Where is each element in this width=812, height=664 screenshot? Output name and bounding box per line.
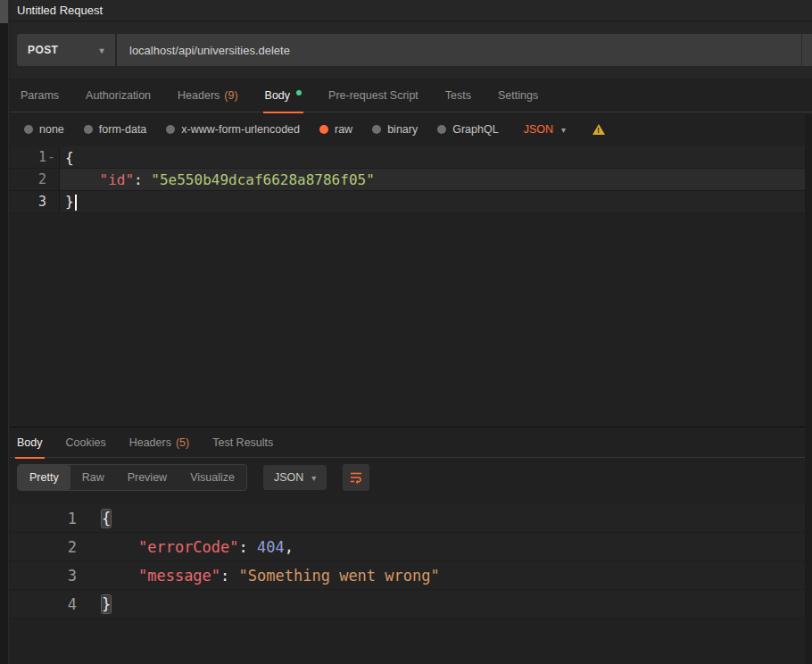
chevron-down-icon: ▾ bbox=[561, 125, 566, 135]
request-title-bar: Untitled Request bbox=[10, 0, 812, 21]
line-number: 3 bbox=[10, 191, 60, 212]
tab-authorization[interactable]: Authorization bbox=[86, 79, 151, 112]
tab-label: Settings bbox=[498, 89, 538, 102]
view-preview-button[interactable]: Preview bbox=[116, 465, 178, 490]
line-number: 2 bbox=[10, 533, 95, 560]
warning-triangle bbox=[592, 124, 605, 135]
tab-label: Body bbox=[265, 89, 291, 102]
code-line[interactable]: 3} bbox=[10, 191, 812, 213]
tab-pre-request-script[interactable]: Pre-request Script bbox=[328, 79, 418, 112]
radio-button-icon bbox=[437, 125, 446, 134]
language-select[interactable]: JSON ▾ bbox=[524, 123, 566, 136]
body-mode-none[interactable]: none bbox=[24, 123, 64, 136]
left-scrollbar-thumb[interactable] bbox=[0, 0, 8, 23]
editor-empty-area bbox=[10, 213, 812, 427]
body-mode-row: none form-data x-www-form-urlencoded raw… bbox=[10, 112, 812, 146]
response-tabs: Body Cookies Headers (5) Test Results bbox=[10, 427, 812, 458]
response-toolbar: Pretty Raw Preview Visualize JSON ▾ bbox=[10, 458, 812, 497]
warning-icon bbox=[592, 124, 605, 135]
code-text: } bbox=[60, 193, 77, 211]
tab-tests[interactable]: Tests bbox=[445, 79, 471, 112]
line-number: 1- bbox=[10, 146, 60, 168]
tab-label: Headers bbox=[129, 436, 171, 449]
tab-headers[interactable]: Headers (9) bbox=[178, 79, 238, 112]
view-label: Preview bbox=[128, 471, 167, 484]
headers-count-badge: (5) bbox=[176, 436, 189, 449]
code-text: } bbox=[95, 595, 111, 613]
radio-button-icon bbox=[24, 125, 33, 134]
tab-label: Authorization bbox=[86, 89, 151, 102]
response-language-select[interactable]: JSON ▾ bbox=[263, 465, 327, 490]
main-panel: Untitled Request POST ▾ localhost/api/un… bbox=[10, 0, 812, 664]
method-select[interactable]: POST ▾ bbox=[17, 34, 115, 66]
url-input[interactable]: localhost/api/universities.delete bbox=[117, 34, 812, 66]
tab-label: Headers bbox=[178, 89, 220, 102]
body-mode-urlencoded[interactable]: x-www-form-urlencoded bbox=[166, 123, 300, 136]
view-label: Pretty bbox=[29, 471, 59, 484]
line-number: 3 bbox=[10, 561, 95, 589]
tab-cookies[interactable]: Cookies bbox=[66, 427, 106, 458]
code-line[interactable]: 3 "message": "Something went wrong" bbox=[10, 561, 812, 590]
view-label: Visualize bbox=[190, 471, 235, 484]
tab-settings[interactable]: Settings bbox=[498, 79, 538, 112]
url-text: localhost/api/universities.delete bbox=[129, 44, 290, 57]
tab-params[interactable]: Params bbox=[21, 79, 59, 112]
text-cursor bbox=[75, 195, 77, 211]
mode-label: binary bbox=[387, 123, 418, 136]
chevron-down-icon: ▾ bbox=[100, 46, 104, 55]
view-pretty-button[interactable]: Pretty bbox=[18, 465, 70, 490]
body-mode-graphql[interactable]: GraphQL bbox=[437, 123, 498, 136]
line-number: 2 bbox=[10, 169, 60, 190]
body-mode-raw[interactable]: raw bbox=[319, 123, 352, 136]
fold-marker-icon[interactable]: - bbox=[47, 149, 55, 165]
view-raw-button[interactable]: Raw bbox=[70, 465, 116, 490]
tab-body[interactable]: Body bbox=[265, 79, 302, 112]
tab-response-headers[interactable]: Headers (5) bbox=[129, 427, 190, 458]
mode-label: x-www-form-urlencoded bbox=[181, 123, 300, 136]
body-mode-form-data[interactable]: form-data bbox=[84, 123, 147, 136]
radio-button-icon bbox=[166, 125, 175, 134]
tab-label: Pre-request Script bbox=[328, 89, 418, 102]
code-text: { bbox=[60, 149, 74, 166]
line-number: 4 bbox=[10, 590, 95, 618]
code-text: "errorCode": 404, bbox=[95, 538, 294, 556]
mode-label: form-data bbox=[99, 123, 147, 136]
code-text: { bbox=[95, 510, 111, 527]
tab-response-body[interactable]: Body bbox=[17, 427, 43, 458]
view-label: Raw bbox=[82, 471, 104, 484]
response-section: Body Cookies Headers (5) Test Results Pr… bbox=[10, 427, 812, 664]
body-mode-binary[interactable]: binary bbox=[372, 123, 418, 136]
code-text: "id": "5e550b49dcaf6628a8786f05" bbox=[60, 171, 375, 188]
mode-label: raw bbox=[335, 123, 352, 136]
code-line[interactable]: 1-{ bbox=[10, 146, 812, 169]
chevron-down-icon: ▾ bbox=[311, 473, 316, 483]
code-line[interactable]: 4} bbox=[10, 590, 812, 618]
line-number: 1 bbox=[10, 504, 95, 532]
right-scrollbar-track[interactable] bbox=[805, 114, 812, 664]
tab-label: Params bbox=[21, 89, 59, 102]
request-title: Untitled Request bbox=[17, 4, 103, 17]
wrap-text-button[interactable] bbox=[343, 464, 369, 491]
language-label: JSON bbox=[524, 123, 553, 136]
wrap-text-icon bbox=[349, 470, 363, 485]
code-text: "message": "Something went wrong" bbox=[95, 567, 440, 585]
left-scrollbar-track[interactable] bbox=[0, 0, 9, 664]
request-tabs: Params Authorization Headers (9) Body Pr… bbox=[10, 79, 812, 112]
radio-button-selected-icon bbox=[319, 125, 328, 134]
postman-window: Untitled Request POST ▾ localhost/api/un… bbox=[0, 0, 812, 664]
code-line[interactable]: 2 "errorCode": 404, bbox=[10, 533, 812, 561]
request-body-editor[interactable]: 1-{2 "id": "5e550b49dcaf6628a8786f05"3} bbox=[10, 146, 812, 213]
radio-button-icon bbox=[372, 125, 381, 134]
code-line[interactable]: 1{ bbox=[10, 504, 812, 533]
view-visualize-button[interactable]: Visualize bbox=[178, 465, 246, 490]
tab-test-results[interactable]: Test Results bbox=[212, 427, 273, 458]
response-body-editor[interactable]: 1{2 "errorCode": 404,3 "message": "Somet… bbox=[10, 497, 812, 664]
code-line[interactable]: 2 "id": "5e550b49dcaf6628a8786f05" bbox=[10, 169, 812, 191]
mode-label: none bbox=[39, 123, 64, 136]
language-label: JSON bbox=[274, 471, 303, 484]
headers-count-badge: (9) bbox=[224, 89, 237, 102]
method-label: POST bbox=[28, 44, 58, 56]
mode-label: GraphQL bbox=[452, 123, 498, 136]
radio-button-icon bbox=[84, 125, 93, 134]
response-view-switcher: Pretty Raw Preview Visualize bbox=[17, 464, 247, 491]
